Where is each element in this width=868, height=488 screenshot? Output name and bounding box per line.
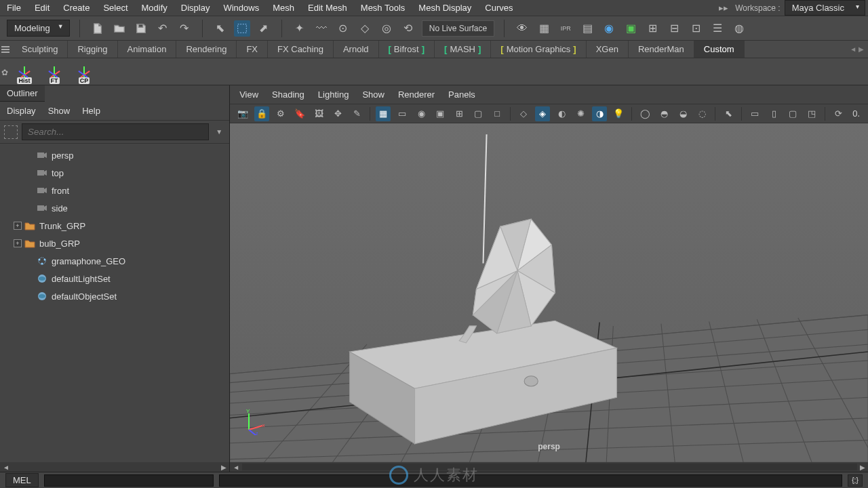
expand-icon[interactable]: +	[14, 239, 22, 247]
depth-of-field-icon[interactable]: ⟳	[831, 106, 846, 121]
shelf-settings-icon[interactable]: ✿	[1, 68, 8, 77]
light-editor-icon[interactable]: ▣	[623, 20, 639, 37]
render-frame-icon[interactable]: ▦	[536, 20, 552, 37]
shelf-tab-rendering[interactable]: Rendering	[176, 41, 237, 58]
command-input[interactable]	[44, 474, 214, 487]
menu-curves[interactable]: Curves	[478, 1, 519, 15]
outliner-item-side[interactable]: side	[0, 199, 229, 217]
safe-title-icon[interactable]: □	[490, 106, 505, 121]
undo-icon[interactable]: ↶	[155, 20, 171, 37]
menu-file[interactable]: File	[0, 1, 28, 15]
gamma-icon[interactable]: ▯	[766, 106, 781, 121]
shelf-tab-fx[interactable]: FX	[237, 41, 268, 58]
use-lights-icon[interactable]: ✺	[573, 106, 588, 121]
open-scene-icon[interactable]	[111, 20, 127, 37]
vp-menu-view[interactable]: View	[239, 89, 258, 100]
outliner-search-input[interactable]	[22, 123, 209, 140]
snap-point-icon[interactable]: ⊙	[335, 20, 351, 37]
render-settings-icon[interactable]: ▤	[579, 20, 595, 37]
outliner-search-dropdown-icon[interactable]: ▼	[213, 128, 225, 136]
wireframe-icon[interactable]: ◇	[516, 106, 531, 121]
xray-joints-icon[interactable]: ◒	[675, 106, 690, 121]
xray-icon[interactable]: ◓	[656, 106, 671, 121]
outliner-menu-help[interactable]: Help	[82, 106, 100, 116]
snap-grid-icon[interactable]: ✦	[292, 20, 308, 37]
render-view-icon[interactable]: 👁	[514, 20, 530, 37]
menu-create[interactable]: Create	[56, 1, 96, 15]
menu-windows[interactable]: Windows	[216, 1, 266, 15]
shelf-button-ft[interactable]: FT	[42, 60, 66, 84]
light-bulb-icon[interactable]: 💡	[611, 106, 626, 121]
redo-icon[interactable]: ↷	[176, 20, 193, 37]
module-dropdown[interactable]: Modeling	[7, 20, 70, 37]
outliner-menu-show[interactable]: Show	[48, 106, 71, 116]
outliner-item-defaultObjectSet[interactable]: defaultObjectSet	[0, 287, 229, 305]
grid-icon[interactable]: ▦	[376, 106, 391, 121]
resolution-gate-icon[interactable]: ◉	[414, 106, 429, 121]
field-chart-icon[interactable]: ⊞	[452, 106, 467, 121]
exposure-icon[interactable]: ▭	[747, 106, 762, 121]
paint-select-icon[interactable]: ⬈	[256, 20, 272, 37]
shelf-tab-fx-caching[interactable]: FX Caching	[268, 41, 334, 58]
live-surface-button[interactable]: No Live Surface	[422, 20, 494, 37]
outliner-tree[interactable]: persptopfrontside+Trunk_GRP+bulb_GRPgram…	[0, 144, 229, 462]
bookmark-icon[interactable]: 🔖	[292, 106, 307, 121]
grease-pencil-icon[interactable]: ✎	[349, 106, 364, 121]
outliner-item-bulb_GRP[interactable]: +bulb_GRP	[0, 235, 229, 252]
menu-select[interactable]: Select	[96, 1, 134, 15]
viewport-canvas[interactable]: Y x z persp	[230, 123, 868, 462]
menu-mesh-tools[interactable]: Mesh Tools	[354, 1, 412, 15]
shelf-tab-arnold[interactable]: Arnold	[334, 41, 379, 58]
menu-display[interactable]: Display	[174, 1, 217, 15]
shelf-menu-icon[interactable]	[1, 45, 11, 54]
vp-menu-shading[interactable]: Shading	[272, 89, 304, 100]
lasso-tool-icon[interactable]	[234, 20, 250, 37]
panel-layout2-icon[interactable]: ⊟	[666, 20, 682, 37]
view-transform-icon[interactable]: ▢	[785, 106, 800, 121]
menu-edit-mesh[interactable]: Edit Mesh	[301, 1, 354, 15]
shelf-button-hist[interactable]: Hist	[12, 60, 37, 84]
motion-trail-icon[interactable]: ◌	[694, 106, 709, 121]
outliner-item-top[interactable]: top	[0, 164, 229, 182]
menu-mesh-display[interactable]: Mesh Display	[412, 1, 478, 15]
outliner-item-persp[interactable]: persp	[0, 146, 229, 164]
panel-layout-icon[interactable]: ⊞	[644, 20, 660, 37]
2d-pan-icon[interactable]: ✥	[330, 106, 345, 121]
snap-live-icon[interactable]: ◎	[378, 20, 395, 37]
vp-menu-panels[interactable]: Panels	[448, 89, 475, 100]
shelf-tab-xgen[interactable]: XGen	[587, 41, 629, 58]
expand-icon[interactable]: +	[14, 222, 22, 230]
save-scene-icon[interactable]	[133, 20, 149, 37]
hypershade-icon[interactable]: ◉	[601, 20, 617, 37]
panel-layout4-icon[interactable]: ☰	[709, 20, 726, 37]
shelf-tab-bifrost[interactable]: Bifrost	[379, 41, 435, 58]
outliner-item-gramaphone_GEO[interactable]: gramaphone_GEO	[0, 252, 229, 270]
snap-toggle-icon[interactable]: ⟲	[400, 20, 416, 37]
outliner-hscroll[interactable]: ◄▶	[0, 462, 229, 472]
outliner-title[interactable]: Outliner	[0, 85, 45, 102]
select-highlight-icon[interactable]: ⬉	[721, 106, 736, 121]
shelf-tab-mash[interactable]: MASH	[435, 41, 491, 58]
shelf-button-cp[interactable]: CP	[72, 60, 96, 84]
outliner-filter-icon[interactable]	[4, 125, 18, 139]
camera-select-icon[interactable]: 📷	[235, 106, 250, 121]
menu-modify[interactable]: Modify	[135, 1, 174, 15]
image-plane-icon[interactable]: 🖼	[311, 106, 326, 121]
shaded-icon[interactable]: ◈	[535, 106, 550, 121]
outliner-item-defaultLightSet[interactable]: defaultLightSet	[0, 270, 229, 287]
vp-menu-show[interactable]: Show	[362, 89, 384, 100]
shelf-scroll-icon[interactable]: ◄ ▶	[846, 45, 868, 53]
outliner-item-front[interactable]: front	[0, 182, 229, 199]
viewport-hscroll[interactable]: ◄▶	[230, 462, 868, 472]
textured-icon[interactable]: ◐	[554, 106, 569, 121]
outliner-menu-display[interactable]: Display	[7, 106, 36, 116]
ipr-icon[interactable]: IPR	[557, 20, 574, 37]
menu-edit[interactable]: Edit	[28, 1, 56, 15]
camera-lock-icon[interactable]: 🔒	[254, 106, 269, 121]
shadows-icon[interactable]: ◑	[592, 106, 607, 121]
menu-mesh[interactable]: Mesh	[266, 1, 301, 15]
select-tool-icon[interactable]: ⬉	[212, 20, 229, 37]
new-scene-icon[interactable]	[90, 20, 106, 37]
panel-layout5-icon[interactable]: ◍	[731, 20, 747, 37]
shelf-tab-sculpting[interactable]: Sculpting	[12, 41, 68, 58]
